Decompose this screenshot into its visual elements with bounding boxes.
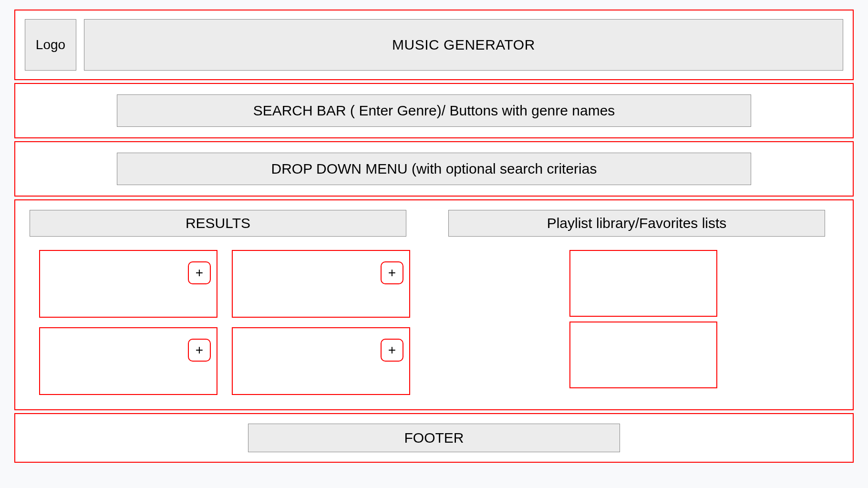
result-card[interactable]: + xyxy=(232,327,410,395)
search-bar-label: SEARCH BAR ( Enter Genre)/ Buttons with … xyxy=(253,103,615,119)
plus-icon: + xyxy=(196,265,203,280)
playlist-items xyxy=(448,250,838,388)
add-button[interactable]: + xyxy=(188,339,211,362)
playlist-header: Playlist library/Favorites lists xyxy=(448,210,825,237)
plus-icon: + xyxy=(196,343,203,358)
dropdown-label: DROP DOWN MENU (with optional search cri… xyxy=(271,161,597,177)
main-content: RESULTS + + + xyxy=(14,199,854,410)
result-card[interactable]: + xyxy=(39,250,217,318)
add-button[interactable]: + xyxy=(381,261,403,284)
search-bar[interactable]: SEARCH BAR ( Enter Genre)/ Buttons with … xyxy=(117,94,751,127)
playlist-header-label: Playlist library/Favorites lists xyxy=(547,215,727,231)
search-section: SEARCH BAR ( Enter Genre)/ Buttons with … xyxy=(14,83,854,138)
dropdown-menu[interactable]: DROP DOWN MENU (with optional search cri… xyxy=(117,153,751,185)
app-title-box: MUSIC GENERATOR xyxy=(84,19,843,71)
dropdown-section: DROP DOWN MENU (with optional search cri… xyxy=(14,141,854,197)
plus-icon: + xyxy=(388,343,396,358)
playlist-item[interactable] xyxy=(569,250,717,317)
results-header-label: RESULTS xyxy=(186,215,250,231)
results-header: RESULTS xyxy=(30,210,406,237)
add-button[interactable]: + xyxy=(381,339,403,362)
app-title: MUSIC GENERATOR xyxy=(392,37,535,53)
add-button[interactable]: + xyxy=(188,261,211,284)
playlist-panel: Playlist library/Favorites lists xyxy=(434,199,854,410)
result-card[interactable]: + xyxy=(232,250,410,318)
results-panel: RESULTS + + + xyxy=(14,199,434,410)
footer-label: FOOTER xyxy=(404,430,464,446)
results-grid: + + + + xyxy=(30,250,420,395)
result-card[interactable]: + xyxy=(39,327,217,395)
footer-section: FOOTER xyxy=(14,413,854,463)
header-section: Logo MUSIC GENERATOR xyxy=(14,10,854,80)
logo-label: Logo xyxy=(36,37,65,52)
footer: FOOTER xyxy=(248,424,620,452)
plus-icon: + xyxy=(388,265,396,280)
logo: Logo xyxy=(25,19,76,71)
playlist-item[interactable] xyxy=(569,322,717,388)
